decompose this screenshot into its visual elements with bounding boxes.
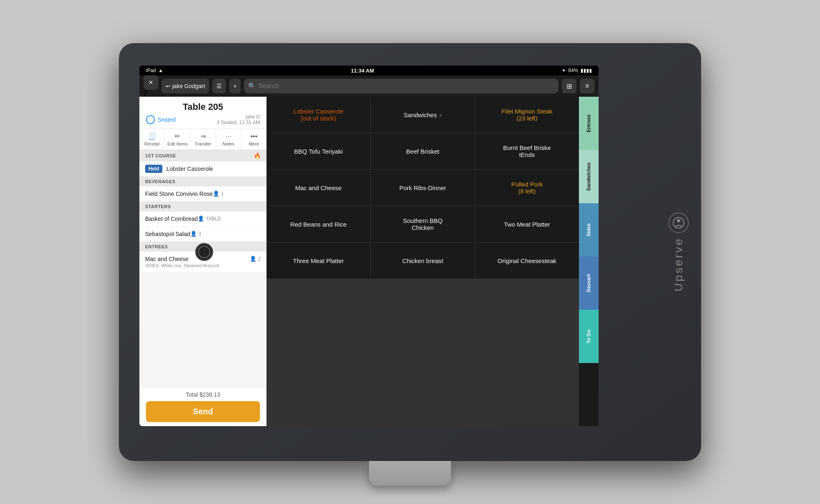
list-item[interactable]: Basket of Cornbread 👤 TABLE <box>139 211 266 227</box>
bluetooth-icon: ✦ <box>562 68 566 73</box>
upserve-logo <box>668 213 689 233</box>
transfer-icon: ⇒ <box>200 132 206 140</box>
starters-header: STARTERS <box>139 202 266 211</box>
seated-info: 3 Seated, 11:31 AM <box>217 120 260 125</box>
held-row[interactable]: Held Lobster Casserole <box>139 161 266 177</box>
grid-view-button[interactable]: ⊞ <box>562 79 576 93</box>
list-view-icon: ≡ <box>585 82 589 90</box>
send-button[interactable]: Send <box>146 401 260 422</box>
item-name: Basket of Cornbread <box>145 216 198 222</box>
user-name-label: jake Godgart <box>172 83 205 89</box>
menu-item-cheesesteak[interactable]: Original Cheesesteak <box>475 243 579 279</box>
menu-item-mac-cheese[interactable]: Mac and Cheese <box>266 170 370 206</box>
search-wrapper: 🔍 <box>244 79 558 93</box>
transfer-button[interactable]: ⇒ Transfer <box>190 129 216 150</box>
menu-item-pork-ribs[interactable]: Pork Ribs-Dinner <box>371 170 474 206</box>
more-label: More <box>249 141 259 146</box>
notes-button[interactable]: ··· Notes <box>216 129 241 150</box>
svg-point-0 <box>673 218 684 228</box>
item-qty: 👤 3 <box>190 231 201 237</box>
list-item[interactable]: Sebastopol Salad 👤 3 <box>139 227 266 242</box>
main-content: Table 205 Seated jake G 3 Seated, 11:31 … <box>139 97 599 426</box>
search-input[interactable] <box>244 79 558 93</box>
tab-sides[interactable]: Sides <box>579 203 599 257</box>
close-icon: ✕ <box>148 79 153 86</box>
back-button[interactable]: ↩ jake Godgart <box>162 79 209 93</box>
battery-icon: ▮▮▮▮ <box>581 68 592 73</box>
add-icon: + <box>233 83 237 89</box>
menu-item-filet-mignon[interactable]: Filet Mignon Steak(23 left) <box>475 97 579 133</box>
course-1-label: 1ST COURSE <box>145 153 176 158</box>
toolbar: ✕ 2 ↩ jake Godgart ☰ + 🔍 ⊞ ≡ <box>139 75 599 97</box>
menu-item-red-beans[interactable]: Red Beans and Rice <box>266 206 370 242</box>
menu-item-bbq-tofu[interactable]: BBQ Tofu Teriyaki <box>266 133 370 169</box>
order-panel: Table 205 Seated jake G 3 Seated, 11:31 … <box>139 97 266 426</box>
tab-dessert[interactable]: Dessert <box>579 257 599 310</box>
item-qty: 👤 2 <box>250 256 261 262</box>
wifi-icon: ▲ <box>158 68 163 73</box>
close-button-wrapper: ✕ 2 <box>144 75 158 97</box>
menu-item-pulled-pork[interactable]: Pulled Pork(8 left) <box>475 170 579 206</box>
home-button[interactable] <box>195 243 213 261</box>
course-1-header: 1ST COURSE 🔥 <box>139 150 266 161</box>
table-title: Table 205 <box>146 102 260 112</box>
tablet-device: iPad ▲ 11:34 AM ✦ 84% ▮▮▮▮ ✕ 2 ↩ jake Go… <box>119 43 701 461</box>
close-button[interactable]: ✕ <box>144 75 158 90</box>
status-right: ✦ 84% ▮▮▮▮ <box>562 68 592 73</box>
more-button[interactable]: ••• More <box>241 129 266 150</box>
list-button[interactable]: ☰ <box>212 79 226 93</box>
held-item-name: Lobster Casserole <box>166 166 213 172</box>
total-display: Total $238.13 <box>146 391 260 398</box>
tab-entrees[interactable]: Entrees <box>579 97 599 150</box>
person-icon: 👤 <box>190 231 197 237</box>
menu-item-burnt-beef[interactable]: Burnt Beef BrisketEnds <box>475 133 579 169</box>
list-icon: ☰ <box>216 83 222 89</box>
table-status-row: Seated jake G 3 Seated, 11:31 AM <box>146 114 260 125</box>
menu-item-southern-bbq[interactable]: Southern BBQChicken <box>371 206 474 242</box>
menu-item-two-meat[interactable]: Two Meat Platter <box>475 206 579 242</box>
edit-icon: ✏ <box>175 132 180 140</box>
tablet-stand <box>369 461 451 486</box>
grid-icon: ⊞ <box>567 82 572 90</box>
list-item[interactable]: Field Stone Convivio Rose 👤 1 <box>139 186 266 202</box>
time-display: 11:34 AM <box>351 68 374 74</box>
action-buttons-row: 🧾 Receipt ✏ Edit Items ⇒ Transfer ··· No… <box>139 129 266 150</box>
category-tabs: Entrees Sandwiches Sides Dessert To Go <box>579 97 599 426</box>
item-name: Sebastopol Salad <box>145 231 190 237</box>
edit-items-button[interactable]: ✏ Edit Items <box>165 129 190 150</box>
person-icon: 👤 <box>250 256 256 262</box>
upserve-brand: Upserve <box>668 213 689 291</box>
chevron-right-icon: › <box>439 111 442 119</box>
item-qty: 👤 TABLE <box>198 216 221 222</box>
back-icon: ↩ <box>166 83 171 89</box>
menu-item-beef-brisket[interactable]: Beef Brisket <box>371 133 474 169</box>
server-name: jake G <box>217 114 260 120</box>
upserve-text-label: Upserve <box>672 237 685 291</box>
more-icon: ••• <box>251 133 257 140</box>
item-qty: 👤 1 <box>213 191 224 197</box>
order-items-list: 1ST COURSE 🔥 Held Lobster Casserole BEVE… <box>139 150 266 387</box>
receipt-button[interactable]: 🧾 Receipt <box>139 129 165 150</box>
edit-items-label: Edit Items <box>167 141 187 146</box>
transfer-label: Transfer <box>195 141 212 146</box>
status-bar: iPad ▲ 11:34 AM ✦ 84% ▮▮▮▮ <box>139 66 599 75</box>
add-button[interactable]: + <box>229 79 241 93</box>
tab-to-go[interactable]: To Go <box>579 310 599 363</box>
item-name: Field Stone Convivio Rose <box>145 191 213 197</box>
menu-item-chicken-breast[interactable]: Chicken breast <box>371 243 474 279</box>
seated-circle-icon <box>146 115 155 124</box>
svg-point-1 <box>677 219 680 222</box>
search-icon: 🔍 <box>248 82 256 90</box>
list-view-button[interactable]: ≡ <box>580 79 594 93</box>
menu-item-sandwiches[interactable]: Sandwiches › <box>371 97 474 133</box>
table-info: jake G 3 Seated, 11:31 AM <box>217 114 260 125</box>
device-label: iPad <box>146 68 156 73</box>
menu-item-lobster[interactable]: Lobster Casserole(out of stock) <box>266 97 370 133</box>
fire-icon: 🔥 <box>254 152 261 159</box>
seated-label: Seated <box>157 116 175 123</box>
tab-sandwiches[interactable]: Sandwiches <box>579 150 599 203</box>
menu-item-three-meat[interactable]: Three Meat Platter <box>266 243 370 279</box>
home-button-inner <box>198 246 210 258</box>
order-header: Table 205 Seated jake G 3 Seated, 11:31 … <box>139 97 266 129</box>
beverages-header: BEVERAGES <box>139 177 266 186</box>
